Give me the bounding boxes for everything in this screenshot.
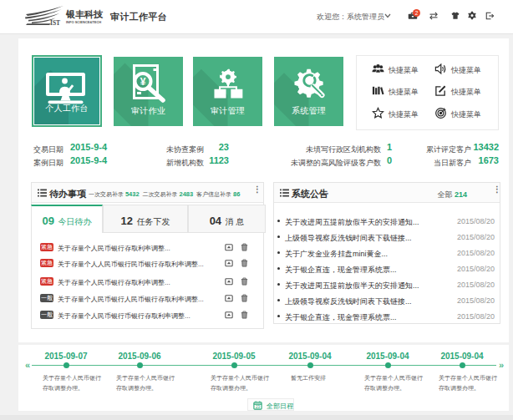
svg-text:IST: IST	[50, 19, 60, 25]
svg-text:¥: ¥	[140, 76, 145, 88]
svg-text:23: 23	[256, 405, 261, 409]
